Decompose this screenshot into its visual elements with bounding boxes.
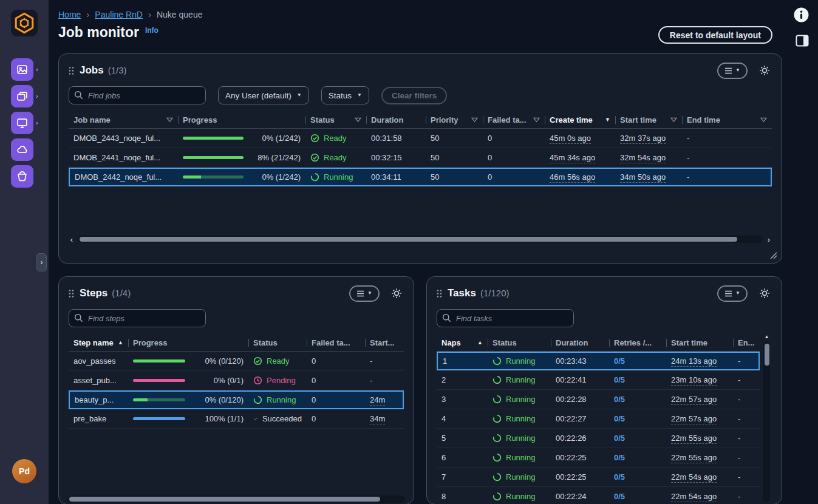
scrollbar-thumb[interactable] xyxy=(69,497,380,502)
scrollbar-track[interactable] xyxy=(67,495,405,503)
jobs-settings-button[interactable] xyxy=(757,63,772,78)
task-row[interactable]: 5Running00:22:260/522m 55s ago- xyxy=(437,429,760,448)
chevron-right-icon[interactable]: › xyxy=(36,93,38,100)
retries-link[interactable]: 0/5 xyxy=(614,356,625,366)
priority-cell: 50 xyxy=(426,129,483,148)
steps-menu-button[interactable]: ▼ xyxy=(349,285,380,302)
task-row[interactable]: 7Running00:22:250/522m 54s ago- xyxy=(437,468,760,487)
drag-handle-icon[interactable] xyxy=(69,289,74,298)
steps-settings-button[interactable] xyxy=(389,286,404,301)
app-logo[interactable] xyxy=(11,10,38,36)
task-row[interactable]: 6Running00:22:250/522m 55s ago- xyxy=(437,448,760,468)
column-header-duration[interactable]: Duration xyxy=(366,112,426,129)
jobs-horizontal-scrollbar[interactable]: ‹ › xyxy=(67,235,773,243)
column-header-status[interactable]: Status xyxy=(488,335,551,352)
clear-filters-button[interactable]: Clear filters xyxy=(381,87,447,104)
retries-link[interactable]: 0/5 xyxy=(614,492,625,501)
scroll-right-button[interactable]: › xyxy=(765,235,773,243)
column-header-failed-ta[interactable]: Failed ta... xyxy=(483,112,545,129)
retries-link[interactable]: 0/5 xyxy=(614,395,625,404)
status-cell: Running xyxy=(488,370,551,390)
step-row[interactable]: beauty_p...0% (0/120)Running024m xyxy=(69,390,404,409)
drag-handle-icon[interactable] xyxy=(437,289,442,298)
column-header-job-name[interactable]: Job name xyxy=(69,112,178,129)
tasks-search-input[interactable] xyxy=(437,309,574,327)
column-header-step-name[interactable]: Step name▲ xyxy=(69,335,128,352)
jobs-search-input[interactable] xyxy=(69,86,206,104)
split-panel-button[interactable] xyxy=(796,35,809,47)
jobs-menu-button[interactable]: ▼ xyxy=(717,63,748,79)
duration-cell: 00:22:41 xyxy=(551,370,609,390)
priority-cell: 50 xyxy=(426,168,483,186)
failed-tasks-cell: 0 xyxy=(307,371,365,390)
start-time-cell: 32m 37s ago xyxy=(615,129,682,148)
column-header-status[interactable]: Status xyxy=(305,112,366,129)
tasks-vertical-scrollbar[interactable]: ▲ xyxy=(763,333,771,502)
step-row[interactable]: pre_bake100% (1/1)Succeeded034m xyxy=(69,409,404,429)
sidebar-expand-button[interactable]: › xyxy=(36,253,47,271)
filter-icon xyxy=(670,117,677,123)
job-row[interactable]: DMOB_2441_noqe_ful...8% (21/242)Ready00:… xyxy=(69,148,772,168)
column-header-en[interactable]: En... xyxy=(733,335,760,352)
column-header-end-time[interactable]: End time xyxy=(682,112,772,129)
sidebar-item-cloud[interactable] xyxy=(11,138,33,161)
scrollbar-thumb[interactable] xyxy=(765,344,769,366)
step-row[interactable]: asset_pub...0% (0/1)Pending0- xyxy=(69,371,404,390)
column-header-progress[interactable]: Progress xyxy=(128,335,248,352)
column-header-start[interactable]: Start... xyxy=(365,335,404,352)
resize-handle-icon[interactable] xyxy=(770,252,777,259)
column-header-failed-ta[interactable]: Failed ta... xyxy=(307,335,365,352)
drag-handle-icon[interactable] xyxy=(69,66,74,75)
column-header-duration[interactable]: Duration xyxy=(551,335,609,352)
start-time-cell: 34m 50s ago xyxy=(615,168,682,186)
retries-link[interactable]: 0/5 xyxy=(614,434,625,443)
progress-cell: 8% (21/242) xyxy=(178,148,305,168)
status-filter-dropdown[interactable]: Status ▼ xyxy=(321,86,369,104)
task-row[interactable]: 8Running00:22:240/522m 54s ago- xyxy=(437,487,760,504)
column-header-status[interactable]: Status xyxy=(248,335,307,352)
column-header-priority[interactable]: Priority xyxy=(426,112,483,129)
column-header-start-time[interactable]: Start time xyxy=(615,112,682,129)
column-header-retries[interactable]: Retries /... xyxy=(609,335,666,352)
task-row[interactable]: 4Running00:22:270/522m 57s ago- xyxy=(437,409,760,429)
retries-link[interactable]: 0/5 xyxy=(614,453,625,462)
chevron-right-icon[interactable]: › xyxy=(36,66,38,73)
breadcrumb-farm[interactable]: Pauline RnD xyxy=(95,10,143,19)
user-avatar[interactable]: Pd xyxy=(12,459,36,483)
step-row[interactable]: aov_passes0% (0/120)Ready0- xyxy=(69,352,404,371)
steps-search-input[interactable] xyxy=(69,309,206,327)
chevron-right-icon[interactable]: › xyxy=(36,120,38,126)
scrollbar-track[interactable] xyxy=(78,236,763,243)
task-row[interactable]: 2Running00:22:410/523m 10s ago- xyxy=(437,370,760,390)
retries-link[interactable]: 0/5 xyxy=(614,375,625,384)
scroll-up-button[interactable]: ▲ xyxy=(763,333,771,341)
column-header-create-time[interactable]: Create time▼ xyxy=(545,112,615,129)
hamburger-icon xyxy=(724,290,732,297)
job-row[interactable]: DMOB_2443_noqe_ful...0% (1/242)Ready00:3… xyxy=(69,129,772,148)
sidebar-item-monitor[interactable] xyxy=(11,112,33,134)
sidebar-item-media[interactable] xyxy=(11,58,33,81)
column-header-start-time[interactable]: Start time xyxy=(666,335,733,352)
sidebar-item-bucket[interactable] xyxy=(11,165,33,188)
task-row[interactable]: 3Running00:22:280/522m 57s ago- xyxy=(437,390,760,409)
breadcrumb-home[interactable]: Home xyxy=(58,10,81,19)
scrollbar-thumb[interactable] xyxy=(80,237,737,242)
tasks-settings-button[interactable] xyxy=(757,286,772,301)
info-panel-button[interactable] xyxy=(793,7,809,23)
column-header-naps[interactable]: Naps▲ xyxy=(437,335,488,352)
column-header-progress[interactable]: Progress xyxy=(178,112,305,129)
retries-link[interactable]: 0/5 xyxy=(614,472,625,482)
retries-link[interactable]: 0/5 xyxy=(614,414,625,423)
task-row[interactable]: 1Running00:23:430/524m 13s ago- xyxy=(437,352,760,370)
sidebar-item-projects[interactable] xyxy=(11,85,33,107)
job-row[interactable]: DMOB_2442_noqe_ful...0% (1/242)Running00… xyxy=(69,168,772,186)
steps-horizontal-scrollbar[interactable] xyxy=(67,495,405,502)
reset-layout-button[interactable]: Reset to default layout xyxy=(658,26,772,44)
start-time-cell: 24m 13s ago xyxy=(666,352,733,370)
scroll-left-button[interactable]: ‹ xyxy=(67,235,76,243)
tasks-menu-button[interactable]: ▼ xyxy=(717,285,748,302)
scrollbar-track[interactable] xyxy=(763,342,770,502)
info-link[interactable]: Info xyxy=(145,26,158,35)
user-filter-dropdown[interactable]: Any User (default) ▼ xyxy=(218,86,309,104)
jobs-table: Job nameProgressStatusDurationPriorityFa… xyxy=(69,112,772,186)
